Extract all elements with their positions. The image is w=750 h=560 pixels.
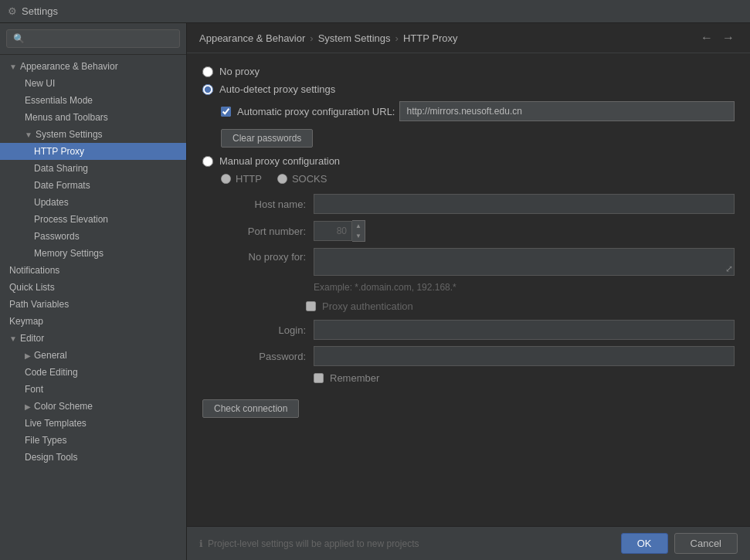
auto-config-checkbox-row: Automatic proxy configuration URL: <box>221 106 395 117</box>
auto-config-checkbox[interactable] <box>221 107 231 117</box>
cancel-button[interactable]: Cancel <box>674 533 738 554</box>
sidebar-item-system-settings[interactable]: ▼ System Settings <box>0 126 186 143</box>
sidebar-item-http-proxy[interactable]: HTTP Proxy <box>0 143 186 160</box>
check-connection-button[interactable]: Check connection <box>202 399 299 418</box>
socks-protocol-radio[interactable] <box>277 174 287 184</box>
password-input[interactable] <box>314 346 735 366</box>
clear-passwords-button[interactable]: Clear passwords <box>221 129 313 148</box>
sidebar-item-date-formats[interactable]: Date Formats <box>0 177 186 194</box>
port-number-input[interactable] <box>314 221 352 241</box>
no-proxy-for-wrap: ⤢ <box>314 248 735 276</box>
sidebar-item-label: Font <box>25 384 43 395</box>
sidebar-item-label: Date Formats <box>34 180 90 191</box>
sidebar-item-label: Code Editing <box>25 367 78 378</box>
socks-protocol-option[interactable]: SOCKS <box>277 173 327 185</box>
search-box <box>0 23 186 55</box>
login-label: Login: <box>221 324 306 336</box>
sidebar-item-color-scheme[interactable]: ▶ Color Scheme <box>0 398 186 415</box>
no-proxy-for-row: No proxy for: ⤢ <box>221 248 735 276</box>
breadcrumb-bar: Appearance & Behavior › System Settings … <box>187 23 750 53</box>
proxy-url-input[interactable] <box>399 101 735 121</box>
auto-detect-option[interactable]: Auto-detect proxy settings <box>202 83 735 95</box>
content-area: Appearance & Behavior › System Settings … <box>187 23 750 560</box>
http-protocol-radio[interactable] <box>221 174 231 184</box>
sidebar-item-process-elevation[interactable]: Process Elevation <box>0 211 186 228</box>
expand-arrow-icon: ▶ <box>25 402 31 411</box>
sidebar-item-memory-settings[interactable]: Memory Settings <box>0 245 186 262</box>
breadcrumb-navigation: ← → <box>697 31 738 45</box>
auto-config-section: Automatic proxy configuration URL: Clear… <box>221 101 735 148</box>
hint-icon: ℹ <box>199 538 203 549</box>
sidebar-item-file-types[interactable]: File Types <box>0 432 186 449</box>
sidebar-nav: ▼ Appearance & Behavior New UI Essential… <box>0 55 186 560</box>
expand-no-proxy-button[interactable]: ⤢ <box>725 263 733 274</box>
sidebar-item-new-ui[interactable]: New UI <box>0 75 186 92</box>
login-input[interactable] <box>314 320 735 340</box>
sidebar-item-design-tools[interactable]: Design Tools <box>0 449 186 466</box>
sidebar-item-label: Appearance & Behavior <box>20 61 118 72</box>
bottom-bar: ℹ Project-level settings will be applied… <box>187 526 750 560</box>
manual-proxy-section: HTTP SOCKS Host name: Port number: <box>221 173 735 384</box>
login-row: Login: <box>221 320 735 340</box>
sidebar-item-label: Editor <box>20 333 44 344</box>
sidebar-item-essentials-mode[interactable]: Essentials Mode <box>0 92 186 109</box>
sidebar: ▼ Appearance & Behavior New UI Essential… <box>0 23 187 560</box>
sidebar-item-label: Updates <box>34 197 69 208</box>
title-bar-text: Settings <box>22 5 58 17</box>
remember-row: Remember <box>314 372 735 384</box>
sidebar-item-label: Live Templates <box>25 418 87 429</box>
proxy-url-row: Automatic proxy configuration URL: <box>221 101 735 121</box>
sidebar-item-live-templates[interactable]: Live Templates <box>0 415 186 432</box>
sidebar-item-label: Memory Settings <box>34 248 104 259</box>
sidebar-item-appearance-behavior[interactable]: ▼ Appearance & Behavior <box>0 58 186 75</box>
remember-checkbox[interactable] <box>314 373 324 383</box>
no-proxy-for-input[interactable] <box>314 248 735 276</box>
expand-arrow-icon: ▼ <box>9 334 17 343</box>
manual-proxy-label: Manual proxy configuration <box>219 155 340 167</box>
proxy-auth-checkbox[interactable] <box>306 301 316 311</box>
sidebar-item-label: Process Elevation <box>34 214 108 225</box>
protocol-row: HTTP SOCKS <box>221 173 735 185</box>
http-protocol-option[interactable]: HTTP <box>221 173 262 185</box>
breadcrumb-part-3: HTTP Proxy <box>403 32 458 44</box>
sidebar-item-label: Data Sharing <box>34 163 88 174</box>
no-proxy-label: No proxy <box>219 66 260 77</box>
content-scroll: No proxy Auto-detect proxy settings Auto… <box>187 53 750 526</box>
sidebar-item-path-variables[interactable]: Path Variables <box>0 296 186 313</box>
expand-arrow-icon: ▼ <box>25 131 32 139</box>
hint-text: Project-level settings will be applied t… <box>208 538 419 549</box>
main-layout: ▼ Appearance & Behavior New UI Essential… <box>0 23 750 560</box>
back-button[interactable]: ← <box>697 31 716 45</box>
sidebar-item-label: HTTP Proxy <box>34 146 84 157</box>
no-proxy-option[interactable]: No proxy <box>202 66 735 77</box>
sidebar-item-general[interactable]: ▶ General <box>0 347 186 364</box>
sidebar-item-notifications[interactable]: Notifications <box>0 262 186 279</box>
no-proxy-radio[interactable] <box>202 66 213 77</box>
proxy-auth-label: Proxy authentication <box>322 300 413 312</box>
expand-arrow-icon: ▶ <box>25 351 31 360</box>
sidebar-item-code-editing[interactable]: Code Editing <box>0 364 186 381</box>
sidebar-item-data-sharing[interactable]: Data Sharing <box>0 160 186 177</box>
port-increment-button[interactable]: ▲ <box>352 221 365 231</box>
sidebar-item-quick-lists[interactable]: Quick Lists <box>0 279 186 296</box>
port-decrement-button[interactable]: ▼ <box>352 231 365 241</box>
example-text: Example: *.domain.com, 192.168.* <box>314 282 735 293</box>
manual-proxy-option[interactable]: Manual proxy configuration <box>202 155 735 167</box>
sidebar-item-label: Quick Lists <box>9 282 55 293</box>
sidebar-item-editor[interactable]: ▼ Editor <box>0 330 186 347</box>
auto-detect-radio[interactable] <box>202 84 213 95</box>
search-input[interactable] <box>6 29 180 48</box>
host-name-input[interactable] <box>314 194 735 214</box>
forward-button[interactable]: → <box>719 31 738 45</box>
manual-proxy-radio[interactable] <box>202 156 213 167</box>
sidebar-item-font[interactable]: Font <box>0 381 186 398</box>
sidebar-item-label: New UI <box>25 78 55 89</box>
sidebar-item-label: Color Scheme <box>34 401 93 412</box>
sidebar-item-keymap[interactable]: Keymap <box>0 313 186 330</box>
sidebar-item-updates[interactable]: Updates <box>0 194 186 211</box>
sidebar-item-label: Notifications <box>9 265 59 276</box>
sidebar-item-passwords[interactable]: Passwords <box>0 228 186 245</box>
ok-button[interactable]: OK <box>621 533 668 554</box>
sidebar-item-menus-toolbars[interactable]: Menus and Toolbars <box>0 109 186 126</box>
sidebar-item-label: System Settings <box>36 129 103 140</box>
